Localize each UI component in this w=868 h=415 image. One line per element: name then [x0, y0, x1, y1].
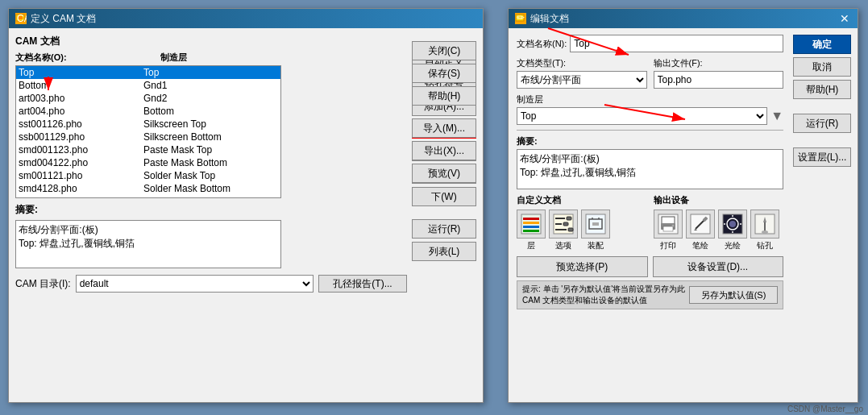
assembly-icon-label: 装配: [588, 240, 604, 251]
file-list-item[interactable]: sst001126.phoSilkscreen Top: [16, 118, 280, 131]
summary-label: 摘要:: [15, 203, 407, 217]
file-list-item[interactable]: smd4128.phoSolder Mask Bottom: [16, 182, 280, 195]
file-name: art003.pho: [19, 93, 143, 104]
save-default-button[interactable]: 另存为默认值(S): [689, 286, 778, 304]
summary-line2: Top: 焊盘,过孔,覆铜线,铜箔: [19, 237, 278, 251]
layer-icon-item[interactable]: 层: [517, 210, 546, 251]
print-icon-box[interactable]: [654, 210, 683, 239]
edit-doc-dialog: ✏ 编辑文档 ✕ 文档名称(N): 文档类型(T): 布线/分割平面: [508, 8, 858, 403]
col-doc-name: 文档名称(O):: [15, 52, 160, 64]
layer-icon-box[interactable]: [517, 210, 546, 239]
file-list-item[interactable]: smd001123.phoPaste Mask Top: [16, 143, 280, 156]
right-summary-label: 摘要:: [517, 135, 783, 147]
pen-icon-label: 笔绘: [692, 240, 708, 251]
doc-name-input[interactable]: [570, 35, 783, 52]
drill-icon-box[interactable]: [750, 210, 779, 239]
dialog-titlebar-left: CAM 定义 CAM 文档: [9, 9, 483, 28]
right-run-button[interactable]: 运行(R): [793, 114, 851, 133]
svg-point-26: [671, 225, 674, 227]
file-list-item[interactable]: art003.phoGnd2: [16, 92, 280, 105]
file-layer: Paste Mask Top: [143, 144, 272, 156]
cancel-button[interactable]: 取消: [793, 57, 851, 77]
watermark: CSDN @Master__go: [787, 405, 863, 413]
col-mfg-layer: 制造层: [160, 52, 289, 64]
preview-select-button[interactable]: 预览选择(P): [517, 256, 648, 277]
file-layer: Silkscreen Bottom: [143, 131, 272, 143]
svg-rect-15: [555, 229, 567, 230]
file-list-item[interactable]: BottomGnd1: [16, 79, 280, 92]
help-button[interactable]: 帮助(H): [412, 86, 476, 106]
custom-icons-row: 层: [517, 210, 647, 251]
dialog-title-right: 编辑文档: [530, 12, 569, 26]
save-button[interactable]: 保存(S): [412, 64, 476, 83]
hole-report-button[interactable]: 孔径报告(T)...: [318, 275, 407, 293]
close-button[interactable]: 关闭(C): [412, 41, 476, 60]
import-button[interactable]: 导入(M)...: [412, 118, 476, 138]
file-list-item[interactable]: DR<未分配>: [16, 195, 280, 198]
file-list-item[interactable]: sm001121.phoSolder Mask Top: [16, 169, 280, 182]
file-layer: Paste Mask Bottom: [143, 157, 272, 168]
run-button[interactable]: 运行(R): [412, 219, 476, 239]
svg-rect-16: [568, 228, 573, 231]
right-dialog-action-buttons: 确定 取消 帮助(H) 运行(R) 设置层(L)...: [790, 28, 858, 319]
file-layer: Gnd1: [143, 80, 272, 91]
doc-type-select[interactable]: 布线/分割平面: [517, 71, 647, 89]
output-devices-label: 输出设备: [654, 194, 784, 206]
assembly-icon-item[interactable]: 装配: [581, 210, 610, 251]
drill-icon-label: 钻孔: [757, 240, 773, 251]
file-list[interactable]: TopTopBottomGnd1art003.phoGnd2art004.pho…: [15, 65, 281, 198]
down-button[interactable]: 下(W): [412, 187, 476, 206]
svg-rect-12: [567, 217, 571, 220]
file-layer: <未分配>: [143, 196, 272, 198]
list-button[interactable]: 列表(L): [412, 242, 476, 261]
file-layer: Bottom: [143, 106, 272, 117]
output-file-label: 输出文件(F):: [654, 57, 784, 69]
svg-rect-7: [523, 222, 539, 224]
file-name: smd4128.pho: [19, 183, 143, 194]
svg-text:✏: ✏: [517, 13, 525, 23]
assembly-icon-box[interactable]: [581, 210, 610, 239]
print-icon-item[interactable]: 打印: [654, 210, 683, 251]
mfg-layer-select[interactable]: Top: [517, 107, 767, 125]
file-name: sm001121.pho: [19, 170, 143, 181]
dialog-titlebar-right: ✏ 编辑文档 ✕: [509, 9, 858, 28]
file-layer: Solder Mask Top: [143, 170, 272, 181]
close-icon-right[interactable]: ✕: [838, 12, 851, 25]
pen-icon-box[interactable]: [686, 210, 715, 239]
cam-icon: CAM: [15, 13, 27, 24]
output-file-input[interactable]: [654, 71, 784, 89]
far-right-buttons: 关闭(C) 保存(S) 帮助(H) 导入(M)... 导出(X)... 预览(V…: [412, 41, 476, 183]
options-icon-label: 选项: [555, 240, 571, 251]
define-cam-dialog: CAM 定义 CAM 文档 CAM 文档 文档名称(O): 制造层 TopTop…: [8, 8, 484, 403]
drill-icon-item[interactable]: 钻孔: [750, 210, 779, 251]
photo-icon-item[interactable]: 光绘: [718, 210, 747, 251]
photo-icon-label: 光绘: [725, 240, 741, 251]
ok-button[interactable]: 确定: [793, 35, 851, 54]
photo-icon-box[interactable]: [718, 210, 747, 239]
print-icon-label: 打印: [660, 240, 676, 251]
preview-button[interactable]: 预览(V): [412, 164, 476, 183]
edit-icon: ✏: [515, 13, 526, 24]
layer-dropdown-icon[interactable]: ▼: [770, 109, 783, 123]
set-layer-button[interactable]: 设置层(L)...: [793, 147, 851, 167]
device-settings-button[interactable]: 设备设置(D)...: [653, 256, 784, 277]
svg-point-33: [729, 221, 736, 227]
svg-rect-9: [523, 230, 539, 232]
output-icons-row: 打印 笔绘: [654, 210, 784, 251]
file-list-item[interactable]: smd004122.phoPaste Mask Bottom: [16, 156, 280, 169]
export-button[interactable]: 导出(X)...: [412, 141, 476, 160]
svg-text:CAM: CAM: [17, 13, 27, 24]
file-list-item[interactable]: TopTop: [16, 66, 280, 79]
right-summary-box: 布线/分割平面:(板) Top: 焊盘,过孔,覆铜线,铜箔: [517, 149, 783, 189]
cam-section-label: CAM 文档: [15, 35, 476, 48]
file-name: Bottom: [19, 80, 143, 91]
file-list-item[interactable]: ssb001129.phoSilkscreen Bottom: [16, 131, 280, 143]
file-name: art004.pho: [19, 106, 143, 117]
layer-icon-label: 层: [527, 240, 535, 251]
cam-dir-select[interactable]: default: [76, 275, 314, 293]
options-icon-item[interactable]: 选项: [549, 210, 578, 251]
right-help-button[interactable]: 帮助(H): [793, 80, 851, 99]
file-list-item[interactable]: art004.phoBottom: [16, 105, 280, 118]
options-icon-box[interactable]: [549, 210, 578, 239]
pen-icon-item[interactable]: 笔绘: [686, 210, 715, 251]
